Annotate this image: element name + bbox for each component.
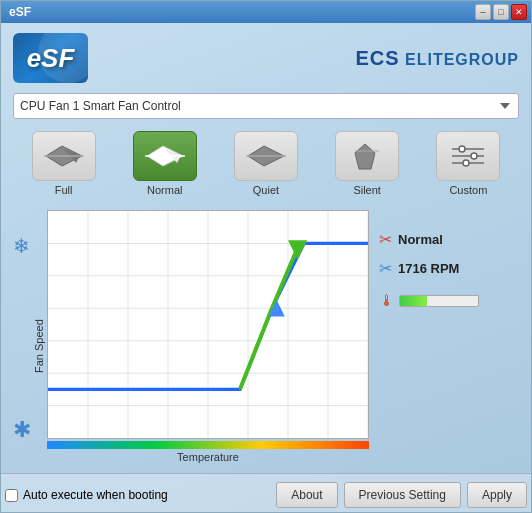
y-axis-label: Fan Speed	[33, 210, 45, 463]
apply-button[interactable]: Apply	[467, 482, 527, 508]
chart-wrap	[47, 210, 369, 439]
fan-mode-silent-label: Silent	[353, 184, 381, 196]
esf-logo: eSF	[13, 33, 88, 83]
titlebar-buttons: – □ ✕	[475, 4, 527, 20]
chart-inner: Temperature	[47, 210, 369, 463]
chart-svg	[48, 211, 368, 438]
company-name: ELITEGROUP	[405, 51, 519, 68]
esf-logo-text: eSF	[27, 43, 75, 74]
snowflake-top-icon: ❄	[13, 234, 31, 258]
chart-left-icons: ❄ ✱	[13, 210, 31, 463]
temp-bar-container: 🌡	[379, 292, 519, 310]
fan-mode-full[interactable]: Full	[32, 131, 96, 196]
main-body: ❄ ✱ Fan Speed	[13, 210, 519, 463]
x-axis-label: Temperature	[47, 451, 369, 463]
rpm-info-row: ✂ 1716 RPM	[379, 259, 519, 278]
main-window: eSF – □ ✕ eSF ECS ELITEGROUP CPU Fan 1 S…	[0, 0, 532, 513]
fan-select[interactable]: CPU Fan 1 Smart Fan Control CPU Fan 2 Sm…	[13, 93, 519, 119]
fan-mode-custom-icon	[436, 131, 500, 181]
thermometer-icon: 🌡	[379, 292, 395, 310]
header: eSF ECS ELITEGROUP	[13, 33, 519, 83]
fan-mode-silent[interactable]: Silent	[335, 131, 399, 196]
chart-bottom: Temperature	[47, 439, 369, 463]
fan-select-row: CPU Fan 1 Smart Fan Control CPU Fan 2 Sm…	[13, 93, 519, 119]
fire-bottom-icon: ✱	[13, 417, 31, 443]
minimize-button[interactable]: –	[475, 4, 491, 20]
previous-setting-button[interactable]: Previous Setting	[344, 482, 461, 508]
brand-logo: ECS ELITEGROUP	[355, 47, 519, 70]
svg-point-14	[471, 153, 477, 159]
close-button[interactable]: ✕	[511, 4, 527, 20]
fan-mode-custom[interactable]: Custom	[436, 131, 500, 196]
footer-buttons: About Previous Setting Apply	[276, 482, 527, 508]
fan-mode-custom-label: Custom	[449, 184, 487, 196]
svg-point-13	[459, 146, 465, 152]
svg-marker-8	[355, 144, 375, 169]
temp-gradient-bar	[47, 441, 369, 449]
fan-mode-normal-icon	[133, 131, 197, 181]
temp-bar-fill	[400, 296, 427, 306]
fan-mode-full-icon	[32, 131, 96, 181]
fan-mode-silent-icon	[335, 131, 399, 181]
info-panel: ✂ Normal ✂ 1716 RPM 🌡	[379, 210, 519, 463]
fan-mode-normal-label: Normal	[147, 184, 182, 196]
about-button[interactable]: About	[276, 482, 337, 508]
ecs-text: ECS	[355, 47, 399, 69]
mode-label: Normal	[398, 232, 443, 247]
mode-info-row: ✂ Normal	[379, 230, 519, 249]
svg-marker-30	[288, 240, 307, 259]
maximize-button[interactable]: □	[493, 4, 509, 20]
titlebar: eSF – □ ✕	[1, 1, 531, 23]
fan-modes: Full Normal	[13, 131, 519, 196]
fan-mode-quiet[interactable]: Quiet	[234, 131, 298, 196]
fan-mode-quiet-label: Quiet	[253, 184, 279, 196]
fan-mode-normal[interactable]: Normal	[133, 131, 197, 196]
svg-point-15	[463, 160, 469, 166]
auto-execute-label: Auto execute when booting	[23, 488, 168, 502]
temp-bar	[399, 295, 479, 307]
fan-mode-full-label: Full	[55, 184, 73, 196]
fan-mode-quiet-icon	[234, 131, 298, 181]
window-title: eSF	[9, 5, 31, 19]
mode-icon: ✂	[379, 230, 392, 249]
main-content: eSF ECS ELITEGROUP CPU Fan 1 Smart Fan C…	[1, 23, 531, 473]
rpm-icon: ✂	[379, 259, 392, 278]
auto-execute-checkbox[interactable]	[5, 489, 18, 502]
footer: Auto execute when booting About Previous…	[1, 473, 531, 512]
chart-container: ❄ ✱ Fan Speed	[13, 210, 369, 463]
auto-execute-row: Auto execute when booting	[5, 488, 168, 502]
rpm-label: 1716 RPM	[398, 261, 459, 276]
